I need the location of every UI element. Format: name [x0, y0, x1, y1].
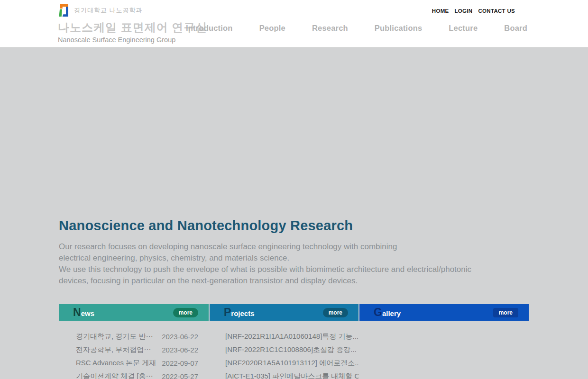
- projects-list-item[interactable]: [NRF-2021R1I1A1A01060148]특정 기능...: [210, 330, 358, 343]
- news-list: 경기대학교, 경기도 반⋯ 2023-06-22 전자공학부, 부처협업⋯ 20…: [59, 321, 209, 379]
- news-item-title: 경기대학교, 경기도 반⋯: [59, 332, 162, 341]
- gallery-header-bar: Gallery more: [359, 304, 529, 321]
- projects-initial: P: [224, 307, 231, 318]
- nav-item-research[interactable]: Research: [312, 24, 348, 33]
- news-more-button[interactable]: more: [173, 308, 198, 317]
- news-list-item[interactable]: 전자공학부, 부처협업⋯ 2023-06-22: [59, 343, 209, 356]
- projects-title[interactable]: Projects: [224, 307, 255, 318]
- logo-title-korean: 나노스케일 표면제어 연구실: [58, 20, 207, 35]
- nav-item-publications[interactable]: Publications: [375, 24, 423, 33]
- logo-dept-text: 경기대학교 나노공학과: [74, 6, 143, 15]
- utility-login-link[interactable]: LOGIN: [455, 8, 473, 14]
- news-item-title: 전자공학부, 부처협업⋯: [59, 345, 162, 354]
- hero-line-1: Our research focuses on developing nanos…: [59, 242, 397, 251]
- news-header-bar: News more: [59, 304, 209, 321]
- projects-item-title: [NRF-2021R1I1A1A01060148]특정 기능...: [210, 332, 358, 341]
- news-list-item[interactable]: 기술이전계약 체결 [홍⋯ 2022-05-27: [59, 370, 209, 379]
- hero-description: Our research focuses on developing nanos…: [59, 241, 529, 287]
- projects-list-item[interactable]: [NRF-2022R1C1C1008806]초실감 증강...: [210, 343, 358, 356]
- projects-column: Projects more [NRF-2021R1I1A1A01060148]특…: [210, 304, 358, 379]
- projects-more-button[interactable]: more: [323, 308, 348, 317]
- page: 경기대학교 나노공학과 나노스케일 표면제어 연구실 Nanoscale Sur…: [0, 0, 588, 379]
- news-item-title: RSC Advances 논문 게재: [59, 359, 162, 368]
- hero-section: Nanoscience and Nanotechnology Research …: [59, 47, 529, 287]
- gallery-initial: G: [374, 307, 382, 318]
- nav-item-board[interactable]: Board: [504, 24, 527, 33]
- nav-item-introduction[interactable]: Introduction: [186, 24, 233, 33]
- news-item-title: 기술이전계약 체결 [홍⋯: [59, 372, 162, 379]
- utility-nav: HOME LOGIN CONTACT US: [432, 8, 515, 14]
- gallery-more-button[interactable]: more: [493, 308, 518, 317]
- gallery-empty-area: [359, 321, 529, 330]
- nav-item-people[interactable]: People: [259, 24, 285, 33]
- utility-contact-link[interactable]: CONTACT US: [478, 8, 515, 14]
- news-list-item[interactable]: RSC Advances 논문 게재 2022-09-07: [59, 356, 209, 370]
- site-header: 경기대학교 나노공학과 나노스케일 표면제어 연구실 Nanoscale Sur…: [0, 0, 588, 47]
- nav-item-lecture[interactable]: Lecture: [449, 24, 478, 33]
- logo-bracket-icon: [58, 3, 70, 18]
- home-boards: News more 경기대학교, 경기도 반⋯ 2023-06-22 전자공학부…: [59, 304, 529, 379]
- news-item-date: 2023-06-22: [162, 346, 209, 354]
- news-item-date: 2022-05-27: [162, 372, 209, 379]
- main-content: Nanoscience and Nanotechnology Research …: [59, 47, 529, 379]
- utility-home-link[interactable]: HOME: [432, 8, 449, 14]
- hero-title: Nanoscience and Nanotechnology Research: [59, 218, 529, 234]
- news-item-date: 2023-06-22: [162, 333, 209, 341]
- site-logo[interactable]: 경기대학교 나노공학과 나노스케일 표면제어 연구실 Nanoscale Sur…: [58, 3, 207, 44]
- main-nav: Introduction People Research Publication…: [186, 24, 527, 33]
- news-item-date: 2022-09-07: [162, 359, 209, 367]
- projects-item-title: [NRF-2022R1C1C1008806]초실감 증강...: [210, 345, 358, 354]
- gallery-title[interactable]: Gallery: [374, 307, 401, 318]
- projects-header-bar: Projects more: [210, 304, 358, 321]
- hero-line-3: We use this technology to push the envel…: [59, 265, 471, 274]
- projects-item-title: [NRF2020R1A5A101913112] 에어로겔소...: [210, 359, 358, 368]
- news-list-item[interactable]: 경기대학교, 경기도 반⋯ 2023-06-22: [59, 330, 209, 343]
- gallery-column: Gallery more: [359, 304, 529, 379]
- projects-title-rest: rojects: [231, 310, 254, 317]
- projects-list: [NRF-2021R1I1A1A01060148]특정 기능... [NRF-2…: [210, 321, 358, 379]
- projects-item-title: [AICT-E1-035] 파인메탈마스크를 대체할 O...: [210, 372, 358, 379]
- hero-line-4: devices, focusing in particular on the n…: [59, 276, 358, 285]
- news-initial: N: [73, 307, 81, 318]
- news-title[interactable]: News: [73, 307, 94, 318]
- logo-title-english: Nanoscale Surface Engineering Group: [58, 36, 207, 44]
- news-column: News more 경기대학교, 경기도 반⋯ 2023-06-22 전자공학부…: [59, 304, 209, 379]
- news-title-rest: ews: [81, 310, 94, 317]
- projects-list-item[interactable]: [NRF2020R1A5A101913112] 에어로겔소...: [210, 356, 358, 370]
- hero-line-2: electrical engineering, physics, chemist…: [59, 253, 289, 262]
- gallery-title-rest: allery: [382, 310, 401, 317]
- projects-list-item[interactable]: [AICT-E1-035] 파인메탈마스크를 대체할 O...: [210, 370, 358, 379]
